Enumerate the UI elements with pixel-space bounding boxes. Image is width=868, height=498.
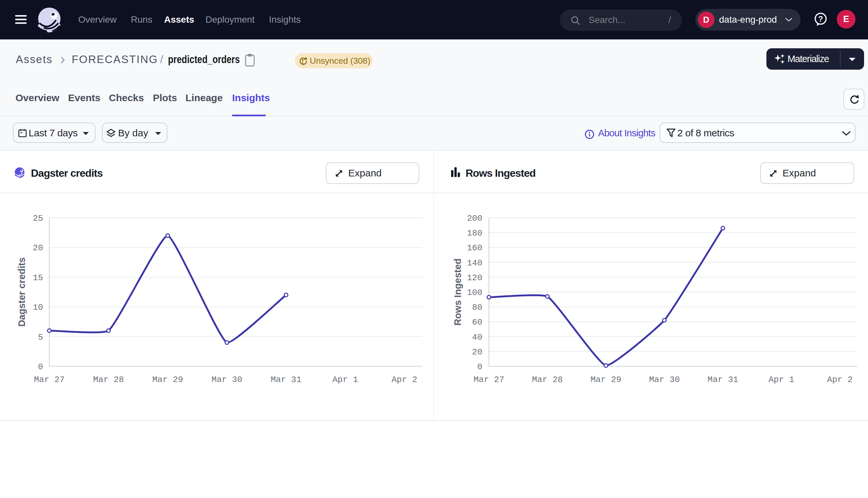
svg-text:Rows Ingested: Rows Ingested xyxy=(452,259,463,326)
svg-text:Mar 29: Mar 29 xyxy=(152,375,183,385)
svg-text:5: 5 xyxy=(38,332,43,342)
svg-text:25: 25 xyxy=(33,213,43,223)
svg-text:Mar 28: Mar 28 xyxy=(93,375,124,385)
svg-text:Mar 31: Mar 31 xyxy=(707,375,739,385)
svg-text:80: 80 xyxy=(472,303,482,312)
svg-text:0: 0 xyxy=(38,362,43,372)
svg-text:Apr 1: Apr 1 xyxy=(332,375,358,385)
svg-text:Mar 30: Mar 30 xyxy=(212,375,242,385)
svg-text:Mar 28: Mar 28 xyxy=(532,375,563,385)
svg-text:120: 120 xyxy=(467,273,482,283)
svg-text:Mar 30: Mar 30 xyxy=(649,375,680,385)
svg-text:160: 160 xyxy=(467,243,482,253)
svg-text:180: 180 xyxy=(467,228,482,238)
svg-text:Apr 2: Apr 2 xyxy=(827,375,853,385)
svg-text:60: 60 xyxy=(472,317,482,327)
svg-text:Dagster credits: Dagster credits xyxy=(16,257,27,327)
svg-text:?: ? xyxy=(818,14,823,23)
svg-text:Apr 1: Apr 1 xyxy=(768,375,794,385)
svg-text:Mar 31: Mar 31 xyxy=(271,375,302,385)
svg-text:20: 20 xyxy=(33,243,43,253)
svg-text:10: 10 xyxy=(33,303,43,312)
svg-text:100: 100 xyxy=(467,288,482,298)
svg-text:Mar 29: Mar 29 xyxy=(590,375,622,385)
svg-text:140: 140 xyxy=(467,258,482,268)
svg-text:Mar 27: Mar 27 xyxy=(473,375,505,385)
svg-text:20: 20 xyxy=(472,347,482,357)
svg-text:Mar 27: Mar 27 xyxy=(34,375,65,385)
svg-text:200: 200 xyxy=(467,213,482,223)
svg-text:0: 0 xyxy=(477,362,482,372)
svg-text:Apr 2: Apr 2 xyxy=(392,375,417,385)
svg-text:15: 15 xyxy=(33,273,43,283)
svg-text:40: 40 xyxy=(472,332,482,342)
